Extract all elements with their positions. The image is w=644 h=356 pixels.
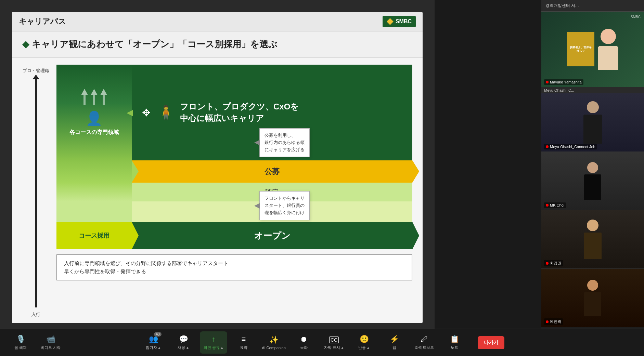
record-label: 녹화 [300,345,308,350]
participant-mic-2 [546,145,549,148]
axis-bottom-label: 入行 [31,312,40,318]
presenter-head [601,29,616,44]
summary-icon: ≡ [242,335,246,344]
smbc-logo: SMBC [383,16,416,27]
row-nintei: 認定 [56,183,412,201]
diamond-icon: ◆ [22,39,29,49]
person-icon-diagram: 👤 [86,110,103,127]
participant-video-1: 挑戦者よ、世界を揺らせ SMBC [541,12,644,87]
participant-item-1: 挑戦者よ、世界を揺らせ SMBC Mayuko Yamashita [541,12,644,87]
axis-top-label: プロ・管理職 [23,68,49,74]
leave-button[interactable]: 나가기 [478,336,504,349]
participant-mic-1 [546,81,549,83]
main-area: キャリアパス SMBC ◆キャリア観にあわせて「オープン」「コース別採用」を選ぶ… [0,0,435,335]
participant-item-4: 회경권 [541,210,644,269]
participant-label-2-bottom: Meyu Ohashi_Connect Job [544,144,597,149]
participant-label-1: Mayuko Yamashita [544,79,583,85]
slide-header: キャリアパス SMBC [12,12,423,31]
presenter-bg: 挑戦者よ、世界を揺らせ [541,12,644,87]
slide-main-title: ◆キャリア観にあわせて「オープン」「コース別採用」を選ぶ [12,31,423,58]
connector-arrow-left: ◀ [127,108,133,117]
smbc-logo-text: SMBC [396,18,412,25]
notes-label: 노트 [451,345,458,350]
callout-box-1: 公募 [56,160,412,183]
participants-arrow: ▲ [158,346,161,350]
whiteboard-button[interactable]: 🖊 화이트보드 [411,331,438,354]
share-button[interactable]: ↑ 화면 공유 ▲ [200,331,227,354]
slide: キャリアパス SMBC ◆キャリア観にあわせて「オープン」「コース別採用」を選ぶ… [12,12,423,323]
mute-label: 음 해제 [14,345,27,350]
smbc-bg-logo: SMBC [631,15,641,19]
main-title-text: キャリア観にあわせて「オープン」「コース別採用」を選ぶ [32,39,278,49]
slide-header-title: キャリアパス [19,16,66,27]
ai-label: AI Companion [262,346,286,350]
whiteboard-label: 화이트보드 [415,345,434,350]
diagram-container: 👤 各コースの専門領域 ◀ ✥ 🧍 フロント、プロダクツ、CxOを 中心に幅広い… [56,65,412,318]
row-left-green [56,160,132,183]
person-in-block: 🧍 [157,105,175,121]
participant-mic-3 [546,204,549,207]
open-left-label: コース採用 [79,232,110,240]
ai-companion-button[interactable]: ✨ AI Companion [260,331,287,354]
participant-item-5: 예진곽 [541,269,644,327]
chat-button[interactable]: 💬 채팅 ▲ [170,331,197,354]
reaction-button[interactable]: 🙂 반응 ▲ [350,331,378,354]
apps-label: 앱 [392,345,396,350]
toolbar-left: 🎙️ 음 해제 📹 비디오 시작 [7,331,64,354]
row-open-right: オープン [132,222,412,249]
cc-arrow: ▲ [341,346,344,350]
reaction-arrow: ▲ [366,346,370,350]
cc-icon: CC [329,335,339,344]
chat-arrow: ▲ [186,346,189,350]
mute-icon: 🎙️ [16,335,25,344]
bottom-text-box: 入行前に専門領域を選び、その分野に関係する部署でキャリアスタート 早くから専門性… [56,254,412,280]
record-button[interactable]: ⏺ 녹화 [290,331,318,354]
right-block-text: フロント、プロダクツ、CxOを 中心に幅広いキャリア [180,101,299,124]
participant-item-2: Meyu Ohashi_C... Meyu Ohashi_Connect Job [541,87,644,152]
reaction-icon: 🙂 [360,335,369,344]
participant-video-2 [541,93,644,151]
participant-mic-4 [546,262,549,265]
notes-icon: 📋 [450,335,459,344]
participant-label-4: 회경권 [544,260,563,266]
summary-button[interactable]: ≡ 요약 [230,331,257,354]
whiteboard-icon: 🖊 [421,335,428,344]
participant-item-3: MK Choi [541,152,644,210]
smbc-logo-icon [387,18,394,25]
ai-icon: ✨ [269,335,279,344]
row-front: フロント [56,201,412,222]
chat-icon: 💬 [179,335,188,344]
row-open-left: コース採用 [56,222,132,249]
chat-label: 채팅 ▲ [178,345,189,350]
record-icon: ⏺ [300,335,308,344]
axis-arrow [35,78,37,307]
share-label: 화면 공유 ▲ [204,345,224,350]
participant-header: 경력개발센터 서... [541,0,644,12]
axis-container: プロ・管理職 入行 [22,65,50,318]
left-green-block: 👤 各コースの専門領域 [56,65,132,160]
participants-icon: 👥 43 [149,335,158,344]
cc-label: 자막 표시 ▲ [324,345,344,350]
mute-button[interactable]: 🎙️ 음 해제 [7,331,34,354]
apps-button[interactable]: ⚡ 앱 [381,331,408,354]
share-icon: ↑ [212,335,216,344]
arrows-up [81,89,107,105]
row-front-left [56,201,132,222]
participant-mic-5 [546,320,549,323]
callout-1: 公募を利用し、 銀行内のあらゆる領 にキャリアを広げる [259,128,310,157]
participant-label-5: 예진곽 [544,318,563,325]
callout-2: フロントからキャリ スタート、銀行員の 礎を幅広く身に付け [259,191,310,220]
left-block-text: 各コースの専門領域 [69,129,119,136]
participant-video-3 [541,152,644,210]
participant-label-2-top: Meyu Ohashi_C... [541,87,644,93]
video-icon: 📹 [46,335,55,344]
apps-icon: ⚡ [390,335,399,344]
toolbar: 🎙️ 음 해제 📹 비디오 시작 👥 43 참가자 ▲ 💬 채팅 ▲ ↑ 화면 … [0,329,644,356]
cc-button[interactable]: CC 자막 표시 ▲ [320,331,348,354]
video-button[interactable]: 📹 비디오 시작 [37,331,64,354]
reaction-label: 반응 ▲ [358,345,370,350]
share-arrow: ▲ [220,346,224,350]
presenter-figure [598,29,618,70]
toolbar-participants[interactable]: 👥 43 참가자 ▲ [140,331,167,354]
notes-button[interactable]: 📋 노트 [441,331,468,354]
